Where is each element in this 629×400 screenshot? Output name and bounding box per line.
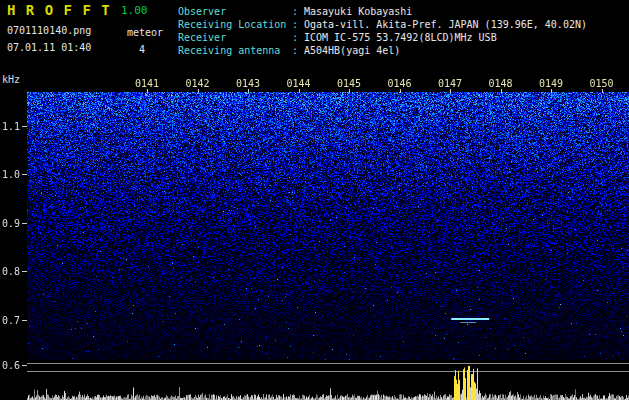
freq-tick-label: 1.1	[0, 121, 20, 132]
time-tick-label: 0142	[186, 78, 210, 89]
freq-tick-label: 0.6	[0, 360, 20, 371]
time-tick-label: 0147	[438, 78, 462, 89]
info-label: Receiving Location	[178, 18, 292, 31]
time-tick-label: 0144	[287, 78, 311, 89]
observation-datetime: 07.01.11 01:40	[7, 42, 91, 53]
time-tick-label: 0141	[135, 78, 159, 89]
info-value: A504HB(yagi 4el)	[304, 44, 400, 57]
time-tick-label: 0146	[388, 78, 412, 89]
info-separator: :	[292, 31, 304, 44]
output-filename: 0701110140.png	[7, 25, 91, 36]
time-tick-label: 0150	[590, 78, 614, 89]
power-plot-canvas	[27, 360, 629, 400]
freq-tick-label: 0.7	[0, 315, 20, 326]
freq-tick-label: 0.8	[0, 266, 20, 277]
time-tick-label: 0145	[337, 78, 361, 89]
mode-label: meteor	[127, 27, 163, 38]
hrofft-output: H R O F F T 1.00 0701110140.png meteor 0…	[0, 0, 629, 400]
station-info: Observer:Masayuki Kobayashi Receiving Lo…	[178, 5, 587, 57]
info-separator: :	[292, 5, 304, 18]
freq-tick-label: 0.9	[0, 218, 20, 229]
info-row-receiver: Receiver:ICOM IC-575 53.7492(8LCD)MHz US…	[178, 31, 587, 44]
info-value: Ogata-vill. Akita-Pref. JAPAN (139.96E, …	[304, 18, 587, 31]
info-label: Receiver	[178, 31, 292, 44]
time-tick-label: 0143	[236, 78, 260, 89]
time-tick-label: 0149	[539, 78, 563, 89]
info-separator: :	[292, 44, 304, 57]
info-row-location: Receiving Location:Ogata-vill. Akita-Pre…	[178, 18, 587, 31]
echo-count: 4	[139, 44, 145, 55]
info-value: Masayuki Kobayashi	[304, 5, 412, 18]
spectrogram-canvas	[27, 92, 629, 360]
info-value: ICOM IC-575 53.7492(8LCD)MHz USB	[304, 31, 497, 44]
info-label: Observer	[178, 5, 292, 18]
freq-tick-label: 1.0	[0, 169, 20, 180]
app-title: H R O F F T	[7, 2, 111, 18]
info-separator: :	[292, 18, 304, 31]
time-tick-label: 0148	[489, 78, 513, 89]
info-label: Receiving antenna	[178, 44, 292, 57]
app-version: 1.00	[121, 4, 148, 17]
info-row-observer: Observer:Masayuki Kobayashi	[178, 5, 587, 18]
y-axis-unit-label: kHz	[2, 74, 20, 85]
info-row-antenna: Receiving antenna:A504HB(yagi 4el)	[178, 44, 587, 57]
